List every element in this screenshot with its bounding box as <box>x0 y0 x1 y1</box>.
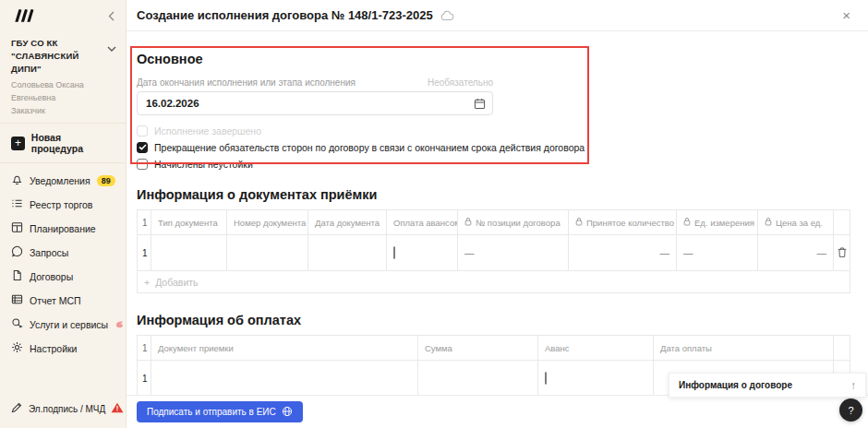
main-area: Создание исполнения договора № 148/1-723… <box>127 0 868 428</box>
advance-payment-cell[interactable] <box>387 235 458 271</box>
action-footer: Подписать и отправить в ЕИС <box>127 395 868 428</box>
payments-header-row: 1 Документ приемки Сумма Аванс Дата опла… <box>138 336 850 361</box>
doc-type-cell[interactable] <box>151 235 227 271</box>
unit-price-cell: — <box>758 235 834 271</box>
doc-date-cell[interactable] <box>308 235 387 271</box>
basic-checkboxes: Исполнение завершено Прекращение обязате… <box>137 124 850 171</box>
new-procedure-label: Новая процедура <box>31 132 115 154</box>
app-logo-icon <box>11 8 35 26</box>
org-name: ГБУ СО КК "СЛАВЯНСКИЙ ДИПИ" <box>11 37 102 75</box>
pen-icon <box>11 400 23 417</box>
chevron-down-icon <box>107 39 116 55</box>
sidebar-item-settings[interactable]: Настройки <box>0 337 126 361</box>
user-role: Заказчик <box>11 106 116 115</box>
section-acceptance-docs: Информация о документах приёмки 1 Тип до… <box>137 187 850 293</box>
report-icon <box>11 292 23 309</box>
date-field-label: Дата окончания исполнения или этапа испо… <box>137 77 356 88</box>
registry-icon <box>11 196 23 213</box>
sidebar-item-registry[interactable]: Реестр торгов <box>0 193 126 217</box>
checkbox-icon[interactable] <box>545 372 547 385</box>
section-basic-title: Основное <box>137 52 850 66</box>
sidebar-collapse-button[interactable] <box>108 11 115 23</box>
lock-icon <box>683 217 691 228</box>
plus-icon: + <box>11 137 25 150</box>
document-icon <box>11 268 23 285</box>
section-basic: Основное Дата окончания исполнения или э… <box>137 52 850 171</box>
acceptance-add-row[interactable]: +Добавить <box>138 271 850 293</box>
checkbox-icon <box>137 125 148 137</box>
checkbox-icon[interactable] <box>393 246 395 259</box>
delete-row-button[interactable] <box>834 235 850 271</box>
checkbox-penalties-accrued[interactable]: Начислены неустойки <box>137 157 850 171</box>
checkbox-execution-complete: Исполнение завершено <box>137 124 850 137</box>
acceptance-doc-cell[interactable] <box>151 361 418 396</box>
chat-icon <box>11 244 23 261</box>
user-name: Соловьева Оксана Евгеньевна <box>11 79 116 104</box>
signature-label: Эл.подпись / МЧД <box>29 404 105 414</box>
sidebar-item-requests[interactable]: Запросы <box>0 241 126 265</box>
signature-section[interactable]: Эл.подпись / МЧД <box>0 389 126 428</box>
amount-cell[interactable] <box>418 361 538 396</box>
help-button[interactable]: ? <box>839 398 862 422</box>
warning-icon <box>111 400 124 417</box>
acceptance-data-row: 1 — — — — <box>138 235 850 271</box>
sidebar-item-notifications[interactable]: Уведомления 89 <box>0 169 126 193</box>
doc-number-cell[interactable] <box>227 235 308 271</box>
optional-hint: Необязательно <box>428 77 493 88</box>
sidebar-item-services[interactable]: Услуги и сервисы <box>0 313 126 337</box>
sign-and-send-button[interactable]: Подписать и отправить в ЕИС <box>137 401 303 422</box>
sidebar: ГБУ СО КК "СЛАВЯНСКИЙ ДИПИ" Соловьева Ок… <box>0 0 127 428</box>
sidebar-item-msp-report[interactable]: Отчет МСП <box>0 289 126 313</box>
sidebar-item-contracts[interactable]: Договоры <box>0 265 126 289</box>
new-procedure-button[interactable]: + Новая процедура <box>0 124 126 163</box>
acceptance-table-title: Информация о документах приёмки <box>137 187 850 202</box>
add-row-label: Добавить <box>155 277 198 288</box>
advance-cell[interactable] <box>538 361 654 396</box>
app-window: ГБУ СО КК "СЛАВЯНСКИЙ ДИПИ" Соловьева Ок… <box>0 0 868 428</box>
page-header: Создание исполнения договора № 148/1-723… <box>127 0 868 31</box>
date-input[interactable] <box>137 91 493 115</box>
calendar-icon[interactable] <box>474 97 486 113</box>
hand-icon <box>115 316 125 333</box>
lock-icon <box>575 217 583 228</box>
org-selector[interactable]: ГБУ СО КК "СЛАВЯНСКИЙ ДИПИ" Соловьева Ок… <box>0 30 126 124</box>
gear-icon <box>11 340 23 357</box>
acceptance-table: 1 Тип документа Номер документа Дата док… <box>137 209 850 293</box>
bell-icon <box>11 172 23 189</box>
contract-info-panel[interactable]: Информация о договоре ↑ <box>669 373 866 398</box>
arrow-up-icon: ↑ <box>850 379 856 392</box>
lock-icon <box>464 217 472 228</box>
question-icon: ? <box>848 405 853 416</box>
checkbox-icon[interactable] <box>137 159 148 170</box>
page-content: Основное Дата окончания исполнения или э… <box>127 31 868 395</box>
unit-cell: — <box>677 235 758 271</box>
acceptance-header-row: 1 Тип документа Номер документа Дата док… <box>138 210 850 235</box>
date-field-group: Дата окончания исполнения или этапа испо… <box>137 77 493 115</box>
sidebar-item-planning[interactable]: Планирование <box>0 217 126 241</box>
contract-info-label: Информация о договоре <box>679 380 792 390</box>
accepted-quantity-cell: — <box>569 235 677 271</box>
page-title: Создание исполнения договора № 148/1-723… <box>137 8 433 22</box>
close-icon[interactable]: × <box>837 6 856 24</box>
cloud-icon <box>440 10 454 21</box>
checkbox-obligations-terminated[interactable]: Прекращение обязательств сторон по догов… <box>137 140 850 154</box>
contract-position-cell: — <box>458 235 569 271</box>
notifications-badge: 89 <box>97 175 115 186</box>
payments-table-title: Информация об оплатах <box>137 313 850 327</box>
planning-icon <box>11 220 23 237</box>
sidebar-nav: Уведомления 89 Реестр торгов Планировани… <box>0 163 126 366</box>
lock-icon <box>765 217 772 228</box>
checkbox-checked-icon[interactable] <box>137 142 148 153</box>
services-icon <box>11 316 23 333</box>
plus-icon: + <box>144 277 150 288</box>
globe-icon <box>282 406 293 419</box>
